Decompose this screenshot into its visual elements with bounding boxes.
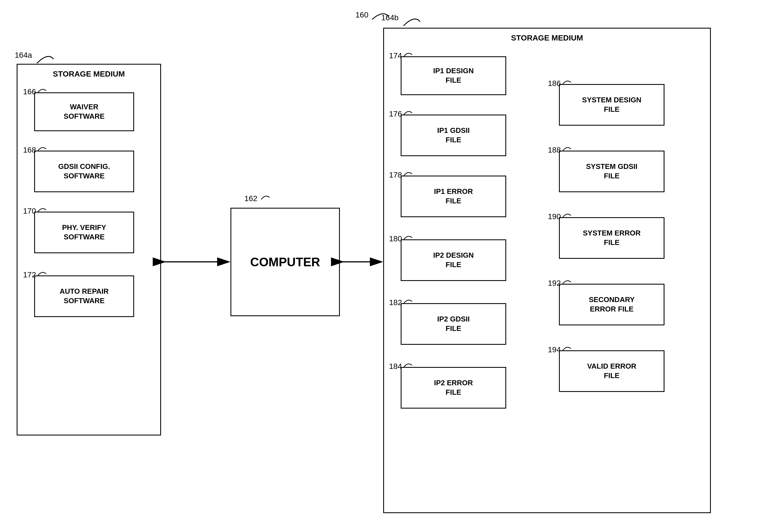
curve-166-icon: [36, 86, 48, 94]
storage-right-box: 164b STORAGE MEDIUM IP1 DESIGNFILE 174 I…: [383, 28, 711, 513]
label-164a: 164a: [15, 51, 32, 60]
box-184: IP2 ERRORFILE: [401, 367, 506, 408]
label-176: 176: [389, 110, 402, 119]
title-label: 160: [356, 11, 369, 19]
curve-162-icon: [260, 192, 271, 201]
label-186: 186: [548, 79, 561, 88]
label-168: 168: [23, 145, 36, 154]
label-164a-curve-icon: [34, 49, 56, 66]
label-164b: 164b: [381, 13, 398, 22]
curve-186-icon: [561, 77, 572, 86]
box-180: IP2 DESIGNFILE: [401, 239, 506, 281]
label-180: 180: [389, 234, 402, 243]
storage-right-title: STORAGE MEDIUM: [384, 34, 710, 42]
diagram: 160 164a STORAGE MEDIUM WAIVERSOFTWARE 1…: [0, 0, 765, 532]
curve-172-icon: [36, 269, 48, 277]
label-162: 162: [244, 194, 258, 203]
curve-180-icon: [402, 233, 413, 241]
box-170: PHY. VERIFYSOFTWARE: [34, 212, 134, 253]
box-182: IP2 GDSIIFILE: [401, 303, 506, 345]
box-186: SYSTEM DESIGNFILE: [559, 84, 664, 126]
box-178: IP1 ERRORFILE: [401, 175, 506, 217]
label-182: 182: [389, 298, 402, 307]
box-190: SYSTEM ERRORFILE: [559, 217, 664, 259]
curve-164b-icon: [401, 12, 423, 29]
box-166: WAIVERSOFTWARE: [34, 92, 134, 131]
label-190: 190: [548, 212, 561, 221]
label-184: 184: [389, 362, 402, 371]
label-172: 172: [23, 270, 36, 279]
curve-184-icon: [402, 360, 413, 369]
label-174: 174: [389, 51, 402, 60]
box-168: GDSII CONFIG.SOFTWARE: [34, 150, 134, 192]
label-188: 188: [548, 145, 561, 154]
curve-194-icon: [561, 344, 572, 352]
label-166: 166: [23, 87, 36, 96]
curve-178-icon: [402, 169, 413, 177]
box-174: IP1 DESIGNFILE: [401, 56, 506, 95]
label-192: 192: [548, 279, 561, 288]
curve-190-icon: [561, 210, 572, 219]
box-192: SECONDARYERROR FILE: [559, 284, 664, 325]
label-170: 170: [23, 207, 36, 215]
box-176: IP1 GDSIIFILE: [401, 115, 506, 156]
curve-182-icon: [402, 297, 413, 305]
curve-176-icon: [402, 108, 413, 116]
box-172: AUTO REPAIRSOFTWARE: [34, 275, 134, 317]
label-178: 178: [389, 170, 402, 179]
curve-192-icon: [561, 277, 572, 285]
storage-left-box: 164a STORAGE MEDIUM WAIVERSOFTWARE 166 G…: [17, 64, 161, 435]
box-188: SYSTEM GDSIIFILE: [559, 150, 664, 192]
curve-168-icon: [36, 144, 48, 152]
curve-174-icon: [402, 50, 413, 58]
storage-left-title: STORAGE MEDIUM: [18, 70, 160, 79]
computer-box: COMPUTER: [231, 208, 340, 316]
label-194: 194: [548, 345, 561, 354]
curve-188-icon: [561, 144, 572, 152]
curve-170-icon: [36, 205, 48, 213]
box-194: VALID ERRORFILE: [559, 350, 664, 392]
